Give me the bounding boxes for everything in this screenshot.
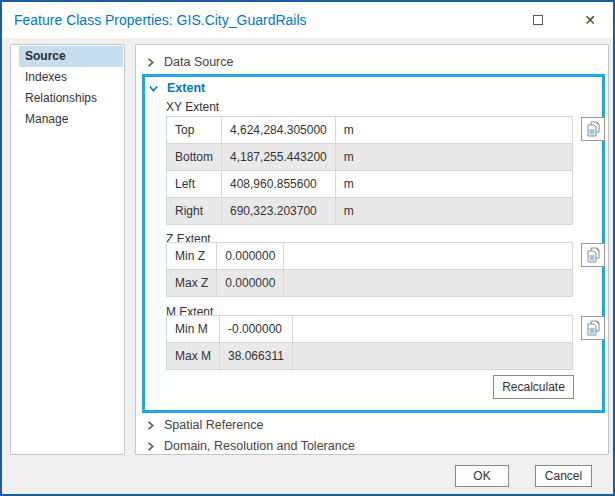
row-label: Left xyxy=(167,171,222,198)
sidebar-item-indexes[interactable]: Indexes xyxy=(19,67,123,88)
table-row: Bottom 4,187,255.443200 m xyxy=(167,144,573,171)
row-unit: m xyxy=(335,144,572,171)
table-row: Left 408,960.855600 m xyxy=(167,171,573,198)
section-label: Spatial Reference xyxy=(164,418,263,432)
titlebar: Feature Class Properties: GIS.City_Guard… xyxy=(2,2,613,38)
table-row: Min M -0.000000 xyxy=(167,316,573,343)
row-unit xyxy=(284,270,573,297)
extent-section-highlight: Extent XY Extent Top 4,624,284.305000 m … xyxy=(142,74,605,413)
row-label: Right xyxy=(167,198,222,225)
row-value[interactable]: 0.000000 xyxy=(217,243,284,270)
copy-icon xyxy=(586,320,601,336)
row-value[interactable]: 690,323.203700 xyxy=(222,198,336,225)
sidebar: Source Indexes Relationships Manage xyxy=(10,44,125,455)
row-value[interactable]: 408,960.855600 xyxy=(222,171,336,198)
m-extent-table: Min M -0.000000 Max M 38.066311 xyxy=(166,315,573,370)
table-row: Top 4,624,284.305000 m xyxy=(167,117,573,144)
feature-class-properties-dialog: Feature Class Properties: GIS.City_Guard… xyxy=(0,0,615,496)
copy-xy-extent-button[interactable] xyxy=(581,117,605,141)
row-unit xyxy=(284,243,573,270)
close-icon: ✕ xyxy=(584,13,596,27)
section-label: Domain, Resolution and Tolerance xyxy=(164,439,355,453)
row-value[interactable]: 4,624,284.305000 xyxy=(222,117,336,144)
section-label: Extent xyxy=(167,81,205,95)
maximize-icon xyxy=(533,15,543,25)
section-extent[interactable]: Extent xyxy=(149,81,205,95)
source-content-panel: Data Source Extent XY Extent Top 4,624,2… xyxy=(135,44,609,455)
chevron-right-icon xyxy=(146,58,155,67)
z-extent-table: Min Z 0.000000 Max Z 0.000000 xyxy=(166,242,573,297)
recalculate-button[interactable]: Recalculate xyxy=(493,375,574,399)
chevron-down-icon xyxy=(149,84,158,93)
sidebar-item-manage[interactable]: Manage xyxy=(19,109,123,130)
copy-z-extent-button[interactable] xyxy=(581,243,605,267)
dialog-title: Feature Class Properties: GIS.City_Guard… xyxy=(14,12,307,28)
row-label: Max Z xyxy=(167,270,217,297)
row-unit: m xyxy=(335,171,572,198)
section-label: Data Source xyxy=(164,55,233,69)
row-value[interactable]: 38.066311 xyxy=(220,343,293,370)
chevron-right-icon xyxy=(146,442,155,451)
sidebar-item-relationships[interactable]: Relationships xyxy=(19,88,123,109)
row-value[interactable]: -0.000000 xyxy=(220,316,293,343)
xy-extent-table: Top 4,624,284.305000 m Bottom 4,187,255.… xyxy=(166,116,573,225)
row-label: Min Z xyxy=(167,243,217,270)
section-data-source[interactable]: Data Source xyxy=(146,55,233,69)
table-row: Right 690,323.203700 m xyxy=(167,198,573,225)
row-value[interactable]: 0.000000 xyxy=(217,270,284,297)
chevron-right-icon xyxy=(146,421,155,430)
table-row: Min Z 0.000000 xyxy=(167,243,573,270)
ok-button[interactable]: OK xyxy=(455,465,509,487)
copy-icon xyxy=(586,247,601,263)
row-unit: m xyxy=(335,198,572,225)
cancel-button[interactable]: Cancel xyxy=(535,465,592,487)
row-unit xyxy=(292,343,572,370)
section-domain-resolution-tolerance[interactable]: Domain, Resolution and Tolerance xyxy=(146,439,355,453)
row-unit: m xyxy=(335,117,572,144)
row-value[interactable]: 4,187,255.443200 xyxy=(222,144,336,171)
row-label: Max M xyxy=(167,343,220,370)
table-row: Max Z 0.000000 xyxy=(167,270,573,297)
table-row: Max M 38.066311 xyxy=(167,343,573,370)
row-label: Top xyxy=(167,117,222,144)
section-spatial-reference[interactable]: Spatial Reference xyxy=(146,418,263,432)
sidebar-item-source[interactable]: Source xyxy=(19,46,123,67)
xy-extent-title: XY Extent xyxy=(166,100,219,114)
row-label: Min M xyxy=(167,316,220,343)
close-button[interactable]: ✕ xyxy=(573,5,607,35)
copy-icon xyxy=(586,121,601,137)
row-label: Bottom xyxy=(167,144,222,171)
maximize-button[interactable] xyxy=(521,5,555,35)
row-unit xyxy=(292,316,572,343)
copy-m-extent-button[interactable] xyxy=(581,316,605,340)
